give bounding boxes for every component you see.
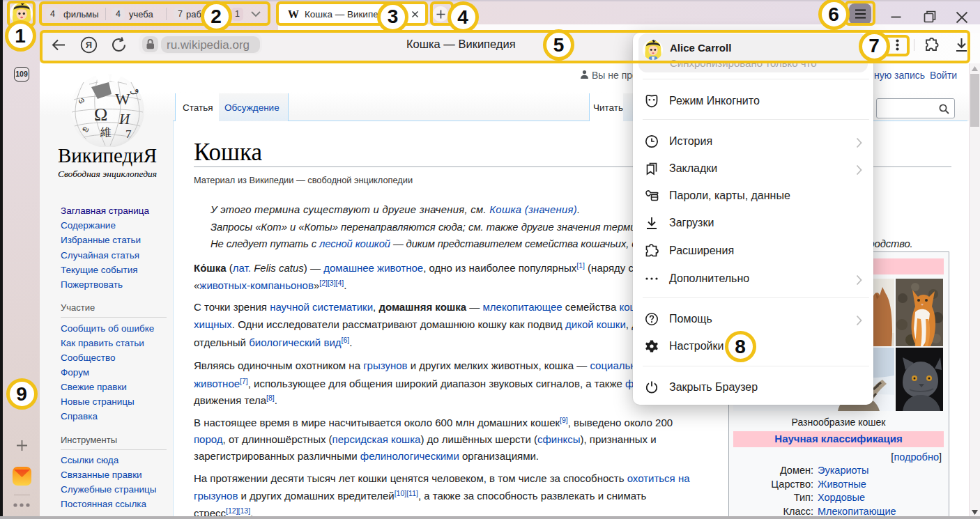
svg-text:7: 7 xyxy=(125,127,132,141)
svg-text:維: 維 xyxy=(100,126,112,138)
svg-text:ڡ: ڡ xyxy=(130,86,139,96)
svg-text:И: И xyxy=(118,111,131,127)
svg-text:W: W xyxy=(115,91,130,108)
svg-text:Ω: Ω xyxy=(94,104,107,125)
